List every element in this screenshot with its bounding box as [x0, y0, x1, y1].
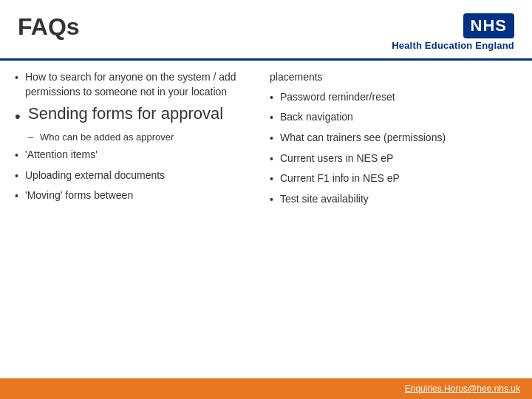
item-text: How to search for anyone on the system /…: [25, 69, 262, 100]
item-text: What can trainers see (permissions): [280, 130, 517, 146]
list-item: • What can trainers see (permissions): [270, 130, 517, 147]
nhs-logo-area: NHS Health Education England: [392, 13, 514, 51]
list-item: • Password reminder/reset: [270, 89, 517, 106]
item-text: Password reminder/reset: [280, 89, 517, 106]
list-item: • Test site availability: [270, 191, 517, 208]
list-item: • Current users in NES eP: [270, 151, 517, 168]
item-text: Sending forms for approval: [28, 104, 262, 123]
bullet-icon: •: [270, 131, 280, 147]
left-column: • How to search for anyone on the system…: [15, 69, 262, 212]
bullet-icon: •: [270, 151, 280, 168]
list-item-large: • Sending forms for approval: [15, 104, 262, 129]
item-text: Current users in NES eP: [280, 151, 517, 167]
nhs-badge: NHS: [463, 13, 514, 38]
bullet-icon: •: [15, 168, 25, 183]
sub-list-item: – Who can be added as approver: [28, 131, 262, 145]
enquiries-link[interactable]: Enquiries.Horus@hee.nhs.uk: [405, 383, 520, 394]
bullet-icon: •: [270, 90, 280, 106]
right-column: placements • Password reminder/reset • B…: [270, 69, 517, 212]
bullet-icon: •: [15, 148, 25, 163]
list-item: • 'Attention items': [15, 147, 262, 163]
item-text: Uploading external documents: [25, 168, 262, 183]
item-text: Who can be added as approver: [40, 131, 174, 145]
item-text: Current F1 info in NES eP: [280, 171, 517, 187]
bullet-icon: •: [15, 105, 28, 129]
footer-bar: Enquiries.Horus@hee.nhs.uk: [0, 378, 532, 399]
separator-line: [0, 58, 532, 61]
item-text: 'Attention items': [25, 147, 262, 162]
page-header: FAQs NHS Health Education England: [0, 0, 532, 58]
bullet-icon: •: [15, 70, 25, 85]
item-text: Back navigation: [280, 109, 517, 126]
list-item: • Uploading external documents: [15, 168, 262, 183]
list-item: • How to search for anyone on the system…: [15, 69, 262, 100]
plain-item: placements: [270, 69, 517, 86]
list-item: • Back navigation: [270, 109, 517, 126]
bullet-icon: •: [15, 188, 25, 203]
dash-icon: –: [28, 131, 40, 145]
hee-text: Health Education England: [392, 40, 514, 51]
list-item: • 'Moving' forms between: [15, 188, 262, 203]
item-text: placements: [270, 71, 323, 83]
bullet-icon: •: [270, 192, 280, 208]
item-text: Test site availability: [280, 191, 517, 208]
item-text: 'Moving' forms between: [25, 188, 262, 202]
page-title: FAQs: [18, 13, 80, 41]
main-content: • How to search for anyone on the system…: [0, 66, 532, 215]
list-item: • Current F1 info in NES eP: [270, 171, 517, 188]
bullet-icon: •: [270, 171, 280, 188]
bullet-icon: •: [270, 110, 280, 126]
